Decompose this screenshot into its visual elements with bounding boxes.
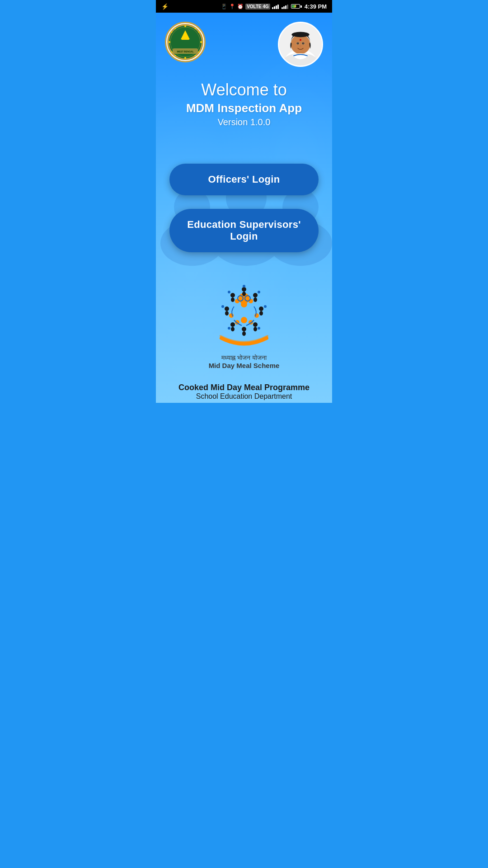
supervisors-login-button[interactable]: Education Supervisors' Login <box>169 209 319 252</box>
phone-icon: 📱 <box>221 4 227 9</box>
svg-point-63 <box>254 313 259 318</box>
svg-point-73 <box>264 305 267 308</box>
location-icon: 📍 <box>229 4 235 9</box>
svg-point-39 <box>301 42 305 45</box>
svg-point-20 <box>169 41 170 43</box>
svg-point-18 <box>200 41 202 43</box>
svg-point-34 <box>291 34 310 54</box>
bottom-title: Cooked Mid Day Meal Programme <box>165 383 323 392</box>
govt-emblem: WEST BENGAL <box>165 22 206 62</box>
svg-point-55 <box>253 322 258 327</box>
main-container: WEST BENGAL <box>156 13 332 403</box>
mdm-logo-svg <box>208 279 280 352</box>
officers-login-button[interactable]: Officers' Login <box>169 164 319 195</box>
svg-text:WEST BENGAL: WEST BENGAL <box>177 50 194 53</box>
svg-rect-14 <box>182 38 189 40</box>
status-bar-right: 📱 📍 ⏰ VOLTE 4G ⚡ 4:39 P <box>221 3 327 10</box>
svg-point-21 <box>195 28 196 29</box>
svg-point-52 <box>259 311 263 316</box>
svg-point-72 <box>221 305 224 308</box>
svg-point-66 <box>241 317 247 323</box>
svg-point-43 <box>242 287 246 292</box>
svg-point-50 <box>225 311 229 316</box>
svg-point-40 <box>300 45 301 47</box>
svg-point-23 <box>175 28 176 29</box>
svg-point-48 <box>253 297 257 302</box>
battery-icon: ⚡ <box>291 4 302 9</box>
svg-point-58 <box>242 331 246 336</box>
app-name: MDM Inspection App <box>165 101 323 115</box>
mdm-mandala-logo <box>208 279 280 352</box>
mdm-hindi-text: मध्याह्न भोजन योजना <box>221 354 267 362</box>
version-text: Version 1.0.0 <box>165 117 323 127</box>
svg-point-35 <box>291 32 309 38</box>
svg-point-27 <box>171 52 173 53</box>
status-bar-left: ⚡ <box>161 3 169 10</box>
svg-point-41 <box>300 39 301 41</box>
emblem-svg: WEST BENGAL <box>168 25 202 59</box>
svg-point-75 <box>258 327 260 330</box>
svg-point-62 <box>229 313 234 318</box>
time-display: 4:39 PM <box>305 3 327 10</box>
svg-point-56 <box>253 327 257 331</box>
carrier-label: VOLTE 4G <box>245 4 270 9</box>
usb-icon: ⚡ <box>161 3 169 10</box>
bottom-subtitle: School Education Department <box>165 392 323 401</box>
buttons-section: Officers' Login Education Supervisors' L… <box>156 137 332 261</box>
svg-point-38 <box>296 42 300 45</box>
alarm-icon: ⏰ <box>237 4 244 9</box>
svg-point-22 <box>198 32 200 33</box>
svg-point-26 <box>195 55 196 57</box>
signal-bars-1 <box>272 4 279 9</box>
svg-point-17 <box>184 25 186 27</box>
svg-point-46 <box>231 297 235 302</box>
svg-point-47 <box>253 293 258 297</box>
svg-point-49 <box>225 307 229 311</box>
svg-point-28 <box>175 55 176 57</box>
status-bar: ⚡ 📱 📍 ⏰ VOLTE 4G ⚡ <box>156 0 332 13</box>
header-section: WEST BENGAL <box>156 13 332 67</box>
signal-bars-2 <box>282 4 288 9</box>
svg-point-53 <box>230 322 235 327</box>
person-avatar <box>278 22 323 67</box>
person-avatar-svg <box>279 23 322 66</box>
welcome-section: Welcome to MDM Inspection App Version 1.… <box>156 67 332 137</box>
mdm-english-text: Mid Day Meal Scheme <box>209 362 280 369</box>
svg-point-70 <box>228 291 230 293</box>
svg-point-45 <box>230 293 235 297</box>
bottom-text-section: Cooked Mid Day Meal Programme School Edu… <box>156 378 332 403</box>
svg-point-59 <box>241 301 247 307</box>
mdm-logo-section: मध्याह्न भोजन योजना Mid Day Meal Scheme <box>156 261 332 378</box>
svg-point-71 <box>258 291 260 293</box>
svg-point-69 <box>243 285 245 288</box>
svg-point-24 <box>171 32 173 33</box>
welcome-text: Welcome to <box>165 80 323 99</box>
svg-point-44 <box>242 292 246 296</box>
svg-point-19 <box>184 57 186 59</box>
svg-point-51 <box>259 307 263 311</box>
emblem-inner: WEST BENGAL <box>167 24 203 60</box>
svg-point-54 <box>231 327 235 331</box>
svg-point-25 <box>198 52 200 53</box>
svg-point-74 <box>228 327 230 330</box>
svg-point-57 <box>242 327 246 331</box>
